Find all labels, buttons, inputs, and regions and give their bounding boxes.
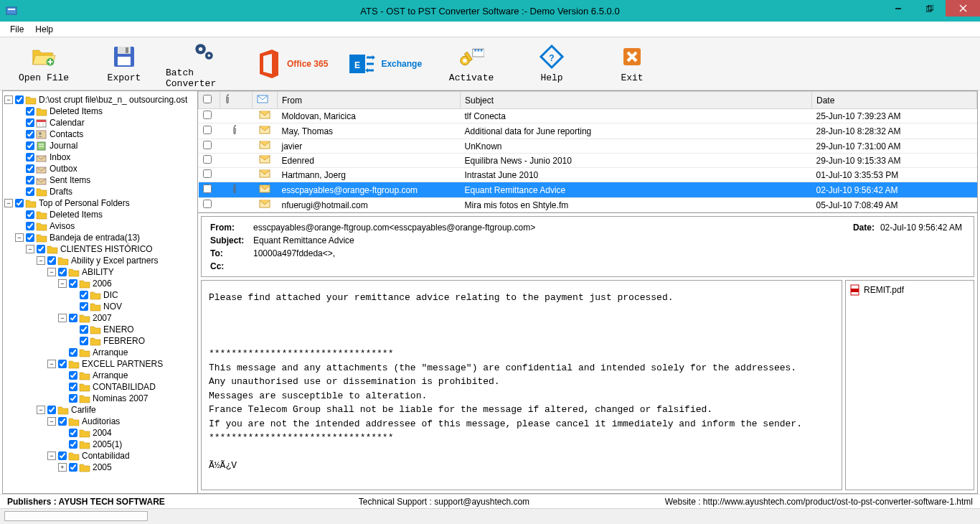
- tree-checkbox[interactable]: [69, 348, 77, 357]
- tree-checkbox[interactable]: [26, 153, 34, 162]
- tree-checkbox[interactable]: [58, 452, 67, 460]
- mail-row[interactable]: esscpayables@orange-ftgroup.comEquant Re…: [199, 182, 977, 198]
- export-button[interactable]: Export: [85, 39, 164, 88]
- tree-checkbox[interactable]: [69, 463, 77, 472]
- tree-node[interactable]: 2004: [4, 427, 196, 439]
- tree-node[interactable]: −2006: [4, 278, 196, 289]
- mail-row-checkbox[interactable]: [203, 200, 212, 208]
- tree-node[interactable]: FEBRERO: [4, 335, 196, 347]
- tree-checkbox[interactable]: [58, 417, 67, 426]
- tree-node[interactable]: Drafts: [4, 186, 196, 197]
- tree-toggle-icon[interactable]: −: [15, 233, 24, 242]
- tree-checkbox[interactable]: [47, 406, 56, 414]
- menu-file[interactable]: File: [4, 23, 29, 36]
- tree-toggle-icon[interactable]: −: [26, 245, 34, 253]
- mail-row-checkbox[interactable]: [203, 184, 212, 193]
- tree-toggle-icon[interactable]: −: [47, 268, 56, 276]
- tree-node[interactable]: −ABILITY: [4, 266, 196, 278]
- mail-row[interactable]: EdenredEquilibra News - Junio 201029-Jun…: [199, 154, 977, 168]
- tree-node[interactable]: −Carlife: [4, 404, 196, 416]
- tree-toggle-icon[interactable]: −: [37, 256, 45, 265]
- tree-node[interactable]: −2007: [4, 312, 196, 324]
- batch-converter-button[interactable]: Batch Converter: [165, 39, 244, 88]
- tree-checkbox[interactable]: [69, 440, 77, 449]
- select-all-checkbox[interactable]: [203, 95, 212, 103]
- tree-node[interactable]: Inbox: [4, 151, 196, 163]
- tree-checkbox[interactable]: [26, 164, 34, 173]
- tree-toggle-icon[interactable]: +: [58, 463, 67, 472]
- maximize-button[interactable]: [914, 0, 946, 17]
- tree-node[interactable]: Nominas 2007: [4, 393, 196, 404]
- tree-node[interactable]: −Auditorias: [4, 416, 196, 427]
- mail-row[interactable]: javierUnKnown29-Jun-10 7:31:00 AM: [199, 139, 977, 154]
- tree-checkbox[interactable]: [69, 371, 77, 380]
- tree-node[interactable]: −Contabilidad: [4, 450, 196, 462]
- tree-checkbox[interactable]: [80, 337, 88, 345]
- tree-node[interactable]: Deleted Items: [4, 209, 196, 220]
- tree-toggle-icon[interactable]: −: [58, 314, 67, 322]
- tree-checkbox[interactable]: [80, 302, 88, 311]
- tree-checkbox[interactable]: [69, 429, 77, 437]
- tree-toggle-icon[interactable]: −: [58, 279, 67, 288]
- tree-checkbox[interactable]: [15, 95, 24, 104]
- mail-row[interactable]: nfuerugi@hotmail.comMira mis fotos en Sh…: [199, 198, 977, 212]
- tree-node[interactable]: +2005: [4, 462, 196, 473]
- envelope-column-icon[interactable]: [253, 92, 278, 109]
- tree-checkbox[interactable]: [26, 130, 34, 139]
- tree-node[interactable]: −Bandeja de entrada(13): [4, 232, 196, 243]
- tree-checkbox[interactable]: [26, 187, 34, 196]
- tree-toggle-icon[interactable]: −: [47, 417, 56, 426]
- mail-body[interactable]: Please find attached your remittance adv…: [201, 280, 842, 490]
- tree-node[interactable]: Arranque: [4, 370, 196, 381]
- tree-node[interactable]: Sent Items: [4, 174, 196, 186]
- tree-node[interactable]: DIC: [4, 289, 196, 301]
- mail-row-checkbox[interactable]: [203, 155, 212, 164]
- from-column[interactable]: From: [278, 92, 461, 109]
- date-column[interactable]: Date: [812, 92, 977, 109]
- tree-toggle-icon[interactable]: −: [37, 406, 45, 414]
- tree-node[interactable]: −CLIENTES HISTÓRICO: [4, 243, 196, 255]
- tree-checkbox[interactable]: [80, 291, 88, 299]
- mail-row-checkbox[interactable]: [203, 169, 212, 178]
- tree-toggle-icon[interactable]: −: [4, 199, 13, 207]
- mail-row[interactable]: Moldovan, Maricicatlf Conecta25-Jun-10 7…: [199, 109, 977, 123]
- minimize-button[interactable]: [882, 0, 914, 17]
- tree-node[interactable]: Contacts: [4, 128, 196, 140]
- tree-checkbox[interactable]: [37, 245, 45, 253]
- tree-node[interactable]: Deleted Items: [4, 106, 196, 117]
- open-file-button[interactable]: Open File: [4, 39, 83, 88]
- tree-checkbox[interactable]: [80, 325, 88, 334]
- mail-row-checkbox[interactable]: [203, 126, 212, 134]
- tree-checkbox[interactable]: [58, 360, 67, 368]
- attachment-item[interactable]: REMIT.pdf: [849, 284, 971, 296]
- exchange-button[interactable]: E Exchange: [338, 42, 430, 85]
- office365-button[interactable]: Office 365: [245, 42, 336, 85]
- tree-checkbox[interactable]: [58, 268, 67, 276]
- tree-node[interactable]: −D:\ost crupt file\buz_n_ outsourcing.os…: [4, 94, 196, 106]
- tree-node[interactable]: CONTABILIDAD: [4, 381, 196, 393]
- tree-node[interactable]: Avisos: [4, 220, 196, 232]
- mail-row[interactable]: May, ThomasAdditional data for June repo…: [199, 123, 977, 139]
- tree-checkbox[interactable]: [69, 279, 77, 288]
- tree-checkbox[interactable]: [26, 233, 34, 242]
- folder-tree[interactable]: −D:\ost crupt file\buz_n_ outsourcing.os…: [3, 91, 198, 493]
- mail-row-checkbox[interactable]: [203, 141, 212, 149]
- tree-node[interactable]: 2005(1): [4, 439, 196, 450]
- tree-checkbox[interactable]: [47, 256, 56, 265]
- activate-button[interactable]: *** Activate: [432, 39, 511, 88]
- tree-toggle-icon[interactable]: −: [47, 360, 56, 368]
- close-button[interactable]: [946, 0, 980, 17]
- menu-help[interactable]: Help: [29, 23, 59, 36]
- mail-row[interactable]: Hartmann, JoergIntrastat June 201001-Jul…: [199, 168, 977, 182]
- tree-checkbox[interactable]: [26, 141, 34, 150]
- tree-node[interactable]: −EXCELL PARTNERS: [4, 358, 196, 370]
- subject-column[interactable]: Subject: [461, 92, 812, 109]
- tree-toggle-icon[interactable]: −: [47, 452, 56, 460]
- tree-checkbox[interactable]: [26, 107, 34, 116]
- tree-checkbox[interactable]: [15, 199, 24, 207]
- attachment-column-icon[interactable]: [220, 92, 253, 109]
- tree-checkbox[interactable]: [69, 394, 77, 403]
- tree-checkbox[interactable]: [26, 210, 34, 219]
- tree-node[interactable]: −Top of Personal Folders: [4, 197, 196, 209]
- tree-checkbox[interactable]: [26, 176, 34, 184]
